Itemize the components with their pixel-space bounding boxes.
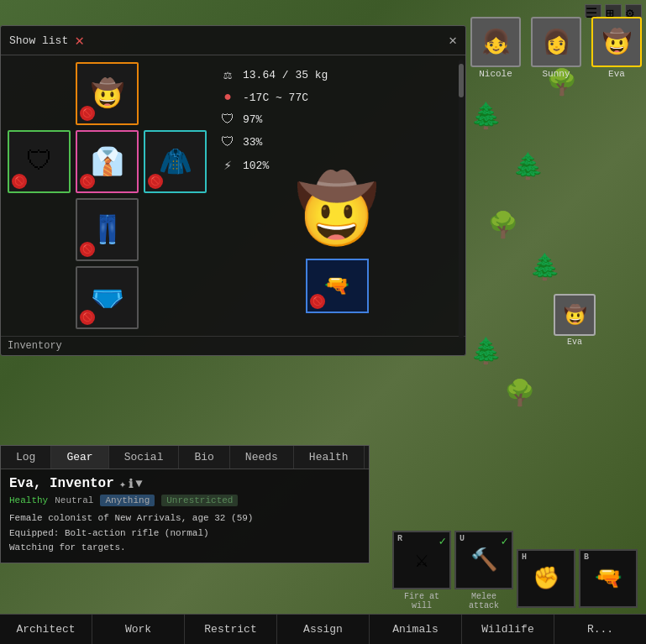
weapon-slot[interactable]: 🔫 🚫: [306, 259, 369, 313]
portrait-nicole-img: 👧: [470, 17, 521, 67]
punch-icon-box[interactable]: H ✊: [517, 549, 575, 608]
shield2-icon: 🛡: [219, 134, 236, 150]
char-name: Eva, Inventor ✦ ℹ ▼: [9, 476, 360, 491]
tabs-row: Log Gear Social Bio Needs Health: [1, 446, 369, 469]
portrait-sunny-name: Sunny: [527, 69, 586, 79]
char-tabs-panel: Log Gear Social Bio Needs Health Eva, In…: [0, 445, 370, 563]
skill-punch: H ✊: [517, 549, 575, 610]
settings-icon[interactable]: ⚙: [625, 4, 642, 18]
tab-log[interactable]: Log: [1, 446, 51, 469]
weight-stat: ⚖ 13.64 / 35 kg: [219, 66, 454, 83]
nav-work[interactable]: Work: [92, 615, 185, 644]
shirt-forbidden-icon: 🚫: [80, 174, 95, 189]
nav-animals[interactable]: Animals: [370, 615, 462, 644]
tab-bio[interactable]: Bio: [179, 446, 229, 469]
health-status-badge: Healthy: [9, 495, 48, 505]
equipment-slots: 🤠 🚫 🛡 🚫 👔 🚫 🧥 🚫: [8, 62, 207, 329]
scroll-thumb[interactable]: [459, 64, 464, 97]
weapon-forbidden-icon: 🚫: [310, 294, 325, 309]
skill-rifle: B 🔫: [579, 549, 638, 610]
nav-wildlife[interactable]: Wildlife: [462, 615, 554, 644]
char-desc-line2: Equipped: Bolt-action rifle (normal): [9, 526, 360, 542]
nav-restrict[interactable]: Restrict: [185, 615, 277, 644]
inventory-panel: Show list ✕ ✕ 🤠 🚫 🛡 🚫 👔 🚫: [0, 25, 466, 356]
stat3-row: ⚡ 102%: [219, 157, 454, 174]
stat3-value: 102%: [243, 160, 269, 172]
shirt-slot[interactable]: 👔 🚫: [76, 130, 139, 193]
char-desc-line1: Female colonist of New Arrivals, age 32 …: [9, 511, 360, 526]
portrait-eva-name: Eva: [587, 69, 646, 79]
scroll-track[interactable]: [459, 60, 464, 338]
melee-emoji: 🔨: [470, 547, 497, 573]
temp-icon: ●: [219, 90, 236, 105]
tab-needs[interactable]: Needs: [230, 446, 294, 469]
stat2-value: 33%: [243, 136, 262, 149]
slot-row-1: 🤠 🚫: [76, 62, 139, 125]
char-desc-line3: Watching for targets.: [9, 541, 360, 556]
jacket-forbidden-icon: 🚫: [148, 174, 163, 189]
tab-health[interactable]: Health: [294, 446, 365, 469]
portrait-sunny[interactable]: 👩 Sunny: [527, 17, 586, 79]
show-list-label: Show list: [9, 34, 68, 47]
fire-at-will-emoji: ⚔️: [415, 547, 428, 573]
belt-forbidden-icon: 🚫: [80, 242, 95, 257]
slot-row-2: 🛡 🚫 👔 🚫 🧥 🚫: [8, 130, 207, 193]
shield3-icon: ⚡: [219, 157, 236, 174]
rifle-icon-box[interactable]: B 🔫: [579, 549, 638, 608]
fire-at-will-check: ✓: [439, 534, 446, 548]
pants-slot[interactable]: 🩲 🚫: [76, 266, 139, 329]
nav-assign[interactable]: Assign: [277, 615, 370, 644]
draft-icon[interactable]: ✦: [119, 477, 126, 491]
jacket-slot[interactable]: 🧥 🚫: [144, 130, 207, 193]
weight-value: 13.64 / 35 kg: [243, 69, 328, 81]
char-status-row: Healthy Neutral Anything Unrestricted: [9, 495, 360, 506]
belt-slot[interactable]: 👖 🚫: [76, 198, 139, 261]
combat-skills: R ⚔️ ✓ Fire at will U 🔨 ✓ Melee attack H…: [392, 531, 638, 610]
punch-emoji: ✊: [533, 565, 559, 592]
hat-slot[interactable]: 🤠 🚫: [76, 62, 139, 125]
panel-close-button[interactable]: ✕: [449, 32, 457, 49]
restriction-badge[interactable]: Anything: [100, 495, 155, 506]
tab-gear[interactable]: Gear: [51, 446, 108, 469]
eva-map-name: Eva: [554, 338, 596, 347]
fire-at-will-icon-box[interactable]: R ⚔️ ✓: [392, 531, 451, 589]
nav-architect[interactable]: Architect: [0, 615, 92, 644]
dropdown-icon[interactable]: ▼: [135, 477, 142, 491]
slot-row-3: 👖 🚫: [76, 198, 139, 261]
melee-icon-box[interactable]: U 🔨 ✓: [454, 531, 513, 589]
melee-label: Melee attack: [454, 592, 513, 610]
nav-more[interactable]: R...: [554, 615, 646, 644]
temp-value: -17C ~ 77C: [243, 92, 308, 104]
eva-map-character[interactable]: 🤠 Eva: [554, 294, 596, 347]
hat-forbidden-icon: 🚫: [80, 106, 95, 121]
fire-at-will-letter: R: [397, 534, 402, 543]
menu-icon[interactable]: ☰: [585, 4, 601, 18]
char-name-icons: ✦ ℹ ▼: [119, 477, 143, 491]
armor-slot[interactable]: 🛡 🚫: [8, 130, 71, 193]
stat2-row: 🛡 33%: [219, 134, 454, 150]
portrait-sunny-img: 👩: [531, 17, 581, 67]
tab-social[interactable]: Social: [109, 446, 180, 469]
close-x-button[interactable]: ✕: [75, 31, 84, 50]
pants-forbidden-icon: 🚫: [80, 310, 95, 325]
bottom-nav: Architect Work Restrict Assign Animals W…: [0, 614, 646, 644]
grid-icon[interactable]: ⊞: [605, 4, 622, 18]
stat1-row: 🛡 97%: [219, 112, 454, 128]
armor-forbidden-icon: 🚫: [12, 174, 27, 189]
portrait-nicole[interactable]: 👧 Nicole: [466, 17, 525, 79]
slot-row-4: 🩲 🚫: [76, 266, 139, 329]
portraits-row: 👧 Nicole 👩 Sunny 🤠 Eva: [466, 17, 646, 79]
unrestricted-badge[interactable]: Unrestricted: [161, 495, 238, 506]
portrait-eva[interactable]: 🤠 Eva: [587, 17, 646, 79]
rifle-emoji: 🔫: [595, 565, 622, 592]
punch-letter: H: [522, 552, 527, 562]
char-info: Eva, Inventor ✦ ℹ ▼ Healthy Neutral Anyt…: [1, 469, 369, 563]
inventory-label: Inventory: [1, 336, 465, 355]
char-name-text: Eva, Inventor: [9, 476, 114, 491]
info-icon[interactable]: ℹ: [129, 477, 133, 491]
melee-letter: U: [460, 534, 465, 543]
rifle-letter: B: [584, 552, 589, 562]
mood-badge: Neutral: [55, 495, 93, 505]
character-preview: 🤠: [219, 181, 454, 248]
portrait-nicole-name: Nicole: [466, 69, 525, 79]
